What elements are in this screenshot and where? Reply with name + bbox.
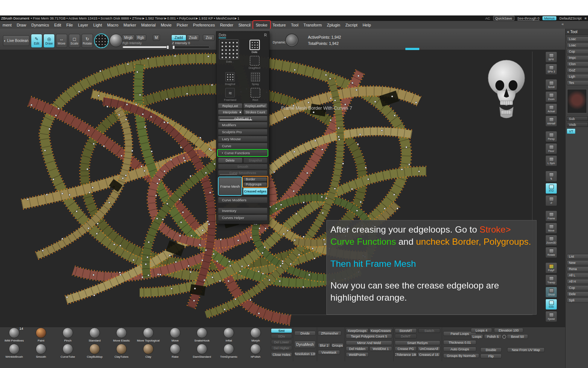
replay-last-rel-button[interactable]: ReplayLastRel: [243, 103, 268, 109]
blur-slider[interactable]: Blur 2: [318, 343, 330, 348]
menu-item[interactable]: Stencil: [236, 21, 253, 29]
curve-smoothness-slider[interactable]: Curve Smoothness: [218, 170, 268, 176]
bevel-slider[interactable]: Bevel 50: [507, 334, 528, 339]
right-shelf-button[interactable]: Transp: [545, 275, 557, 286]
brush-item[interactable]: Smooth: [28, 344, 54, 358]
stroke-type-button[interactable]: Dots: [241, 39, 268, 54]
brush-item[interactable]: hPolish: [242, 344, 269, 358]
menu-item[interactable]: Transform: [301, 21, 325, 29]
smooth-button[interactable]: Smooth: [218, 164, 268, 169]
subtool-panel-button[interactable]: Rena: [567, 266, 588, 272]
right-shelf-button[interactable]: Frame: [545, 210, 557, 222]
draw-button[interactable]: ◎Draw: [43, 34, 55, 48]
del-higher-button[interactable]: Del Higher: [271, 346, 292, 350]
brush-item[interactable]: IMM Primitives 14: [1, 328, 28, 342]
del-lower-button[interactable]: Del Lower: [271, 340, 292, 344]
curve-section[interactable]: Curve: [218, 143, 268, 149]
modifiers-section[interactable]: Modifiers: [218, 122, 268, 128]
brush-item[interactable]: DamStandard: [189, 344, 215, 358]
m-button[interactable]: M: [153, 35, 160, 41]
subtool-panel-button[interactable]: New: [567, 260, 588, 265]
inventory-section[interactable]: Inventory: [218, 208, 268, 214]
crease-pg-button[interactable]: Crease PG: [395, 346, 417, 351]
smt-button[interactable]: Smt: [271, 328, 292, 333]
delete-button[interactable]: Delete: [218, 158, 243, 163]
edit-button[interactable]: ✎Edit: [31, 34, 42, 48]
brush-item[interactable]: Morph: [242, 328, 269, 342]
loops-toggle[interactable]: Loops: [471, 334, 483, 339]
menu-item[interactable]: Marker: [121, 21, 139, 29]
menu-item[interactable]: Edit: [51, 21, 64, 29]
replay-last-button[interactable]: ReplayLast: [218, 103, 243, 109]
right-shelf-button[interactable]: XYZ: [545, 183, 557, 194]
zremesher-button[interactable]: ZRemesher: [318, 331, 341, 336]
flip-toggle[interactable]: Flip: [480, 354, 502, 358]
dynamic-label[interactable]: Dynamic: [273, 40, 286, 44]
resolution-slider[interactable]: Resolution 128: [294, 351, 316, 356]
rotate-button[interactable]: ↻Rotate: [82, 34, 93, 48]
subtool-panel-button[interactable]: Cop: [567, 285, 588, 290]
subtool-panel-button[interactable]: List: [567, 254, 588, 259]
subtool-panel-button[interactable]: Dele: [567, 291, 588, 297]
brush-item[interactable]: WrinkleBrush: [1, 344, 28, 358]
uncrease-all-button[interactable]: UnCreaseAll: [417, 346, 440, 351]
z-intensity-slider[interactable]: [172, 46, 209, 48]
live-boolean-button[interactable]: ◐ Live Boolean: [3, 35, 29, 46]
brush-item[interactable]: Move Elastic: [108, 328, 135, 342]
tool-panel-button[interactable]: Loac: [567, 36, 588, 42]
tool-panel-button[interactable]: GoZ: [567, 68, 588, 73]
subtool-panel-button[interactable]: All H: [567, 279, 588, 284]
brush-item[interactable]: Clay: [135, 344, 162, 358]
double-toggle[interactable]: Double: [480, 347, 502, 352]
right-shelf-button[interactable]: Persp: [545, 131, 557, 142]
tool-panel-button[interactable]: Loac: [567, 43, 588, 48]
default-zscript-label[interactable]: DefaultZScript: [559, 16, 581, 20]
snapshot-button[interactable]: Snapshot: [243, 158, 268, 163]
right-shelf-button[interactable]: PolyF: [545, 262, 557, 273]
brush-item[interactable]: Pinch: [54, 328, 81, 342]
brush-item[interactable]: Inflat: [215, 328, 242, 342]
visibility-section[interactable]: Visib: [567, 122, 588, 127]
brush-item[interactable]: Standard: [81, 328, 108, 342]
menu-item[interactable]: Movie: [158, 21, 174, 29]
right-shelf-button[interactable]: L.Sym: [545, 155, 557, 166]
current-alpha-icon[interactable]: [110, 34, 123, 47]
groups-toggle[interactable]: Groups: [331, 343, 344, 348]
stroke-type-button[interactable]: Spray: [243, 71, 268, 86]
subtool-panel-button[interactable]: Spli: [567, 298, 588, 303]
loops-slider[interactable]: Loops 4: [471, 328, 492, 333]
stroke-type-button[interactable]: FreeHand: [218, 87, 243, 102]
brush-item[interactable]: Move: [162, 328, 189, 342]
menu-item[interactable]: Preferences: [190, 21, 217, 29]
menu-item[interactable]: Help: [360, 21, 374, 29]
polygroups-toggle[interactable]: Polygroups: [243, 182, 267, 187]
delmt-button[interactable]: DelMT: [395, 334, 417, 339]
menu-item[interactable]: Render: [218, 21, 236, 29]
menu-item[interactable]: Picker: [174, 21, 191, 29]
panel-collapse-icon[interactable]: «: [562, 22, 564, 26]
ctolerance-slider[interactable]: CTolerance 180: [395, 352, 417, 357]
viewmask-button[interactable]: ViewMask: [318, 350, 340, 355]
stroke-type-button[interactable]: DragDot: [218, 71, 243, 86]
stroke-type-button[interactable]: Rect: [243, 87, 268, 102]
new-from-uv-map-button[interactable]: New From UV Map: [507, 347, 545, 352]
divide-button[interactable]: Divide: [294, 331, 316, 336]
rgb-intensity-slider[interactable]: [122, 46, 169, 48]
zcut-button[interactable]: Zcu: [203, 35, 215, 41]
menu-item[interactable]: Zscript: [343, 21, 360, 29]
brush-item[interactable]: CurveTube: [54, 344, 81, 358]
auto-groups-toggle[interactable]: Auto Groups: [443, 347, 476, 351]
right-shelf-button[interactable]: SPix 3: [545, 64, 557, 75]
lazy-mouse-section[interactable]: Lazy Mouse: [218, 136, 268, 142]
groups-by-normals-toggle[interactable]: Groups By Normals: [443, 353, 479, 358]
brush-item[interactable]: Paint: [28, 328, 54, 342]
stroke-type-button[interactable]: DragRect: [241, 55, 268, 70]
menu-item[interactable]: Draw: [14, 21, 29, 29]
menu-item[interactable]: Stroke: [253, 21, 270, 29]
see-through-slider[interactable]: See-through 0: [517, 16, 539, 21]
menu-item[interactable]: Light: [91, 21, 105, 29]
quicksave-button[interactable]: QuickSave: [493, 16, 514, 21]
creased-edges-toggle[interactable]: Creased edges: [243, 188, 268, 195]
curve-functions-section[interactable]: Curve Functions: [218, 150, 268, 156]
weldpoints-button[interactable]: WeldPoints: [346, 352, 369, 357]
